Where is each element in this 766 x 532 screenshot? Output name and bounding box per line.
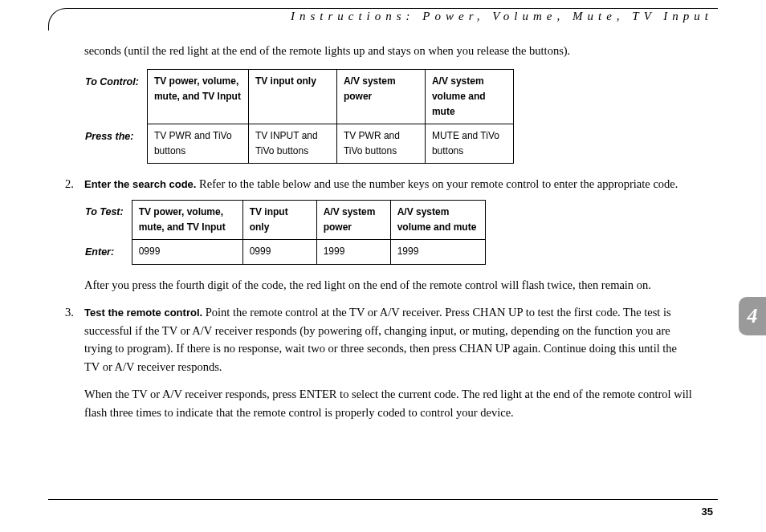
table2-row2-label: Enter: [84,240,132,265]
table1-h2: A/V system power [336,70,425,124]
footer-rule [48,499,718,500]
table1-h3: A/V system volume and mute [425,70,513,124]
after-table2-para: After you press the fourth digit of the … [84,276,694,294]
table2-v1: 0999 [242,240,316,265]
table1-v3: MUTE and TiVo buttons [425,124,513,164]
table1-row2-label: Press the: [84,124,147,164]
step-2: 2. Enter the search code. Refer to the t… [84,175,694,193]
step-3-body: Test the remote control. Point the remot… [84,303,694,431]
chapter-tab: 4 [739,297,766,335]
table1-h0: TV power, volume, mute, and TV Input [147,70,248,124]
table2-row1-label: To Test: [84,200,132,239]
intro-paragraph: seconds (until the red light at the end … [84,42,694,59]
content-area: seconds (until the red light at the end … [84,42,694,437]
table1-v1: TV INPUT and TiVo buttons [248,124,336,164]
step-3-lead: Test the remote control. [84,307,202,319]
table2-v0: 0999 [132,240,242,265]
table2-h0: TV power, volume, mute, and TV Input [132,200,242,239]
step-3: 3. Test the remote control. Point the re… [84,303,694,431]
page: Instructions: Power, Volume, Mute, TV In… [0,0,766,532]
table1-v0: TV PWR and TiVo buttons [147,124,248,164]
step-2-number: 2. [65,175,84,193]
table1-row1-label: To Control: [84,70,147,124]
table1-h1: TV input only [248,70,336,124]
control-table: To Control: TV power, volume, mute, and … [84,69,514,164]
table2-h3: A/V system volume and mute [390,200,485,239]
table2-h2: A/V system power [316,200,390,239]
step-2-rest: Refer to the table below and use the num… [196,177,678,190]
table1-v2: TV PWR and TiVo buttons [336,124,425,164]
step-3-number: 3. [65,303,84,431]
test-table: To Test: TV power, volume, mute, and TV … [84,200,486,265]
table2-v2: 1999 [316,240,390,265]
page-header: Instructions: Power, Volume, Mute, TV In… [284,10,713,23]
page-number: 35 [702,506,713,518]
table2-h1: TV input only [242,200,316,239]
step-2-lead: Enter the search code. [84,178,196,190]
step-3-para2: When the TV or A/V receiver responds, pr… [84,385,694,421]
table2-v3: 1999 [390,240,485,265]
step-2-body: Enter the search code. Refer to the tabl… [84,175,694,193]
step-3-para1: Test the remote control. Point the remot… [84,303,694,376]
